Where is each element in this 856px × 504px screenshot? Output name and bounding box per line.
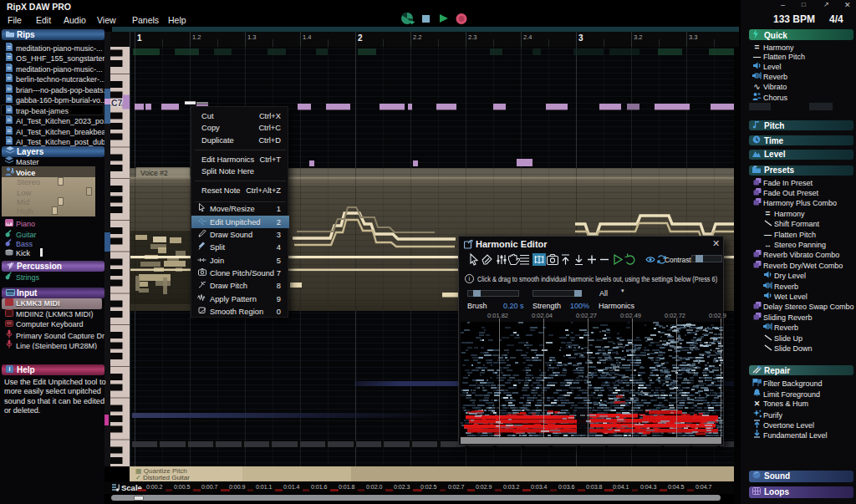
svg-text:Voice #2: Voice #2 xyxy=(140,169,168,177)
svg-text:i: i xyxy=(9,366,11,372)
